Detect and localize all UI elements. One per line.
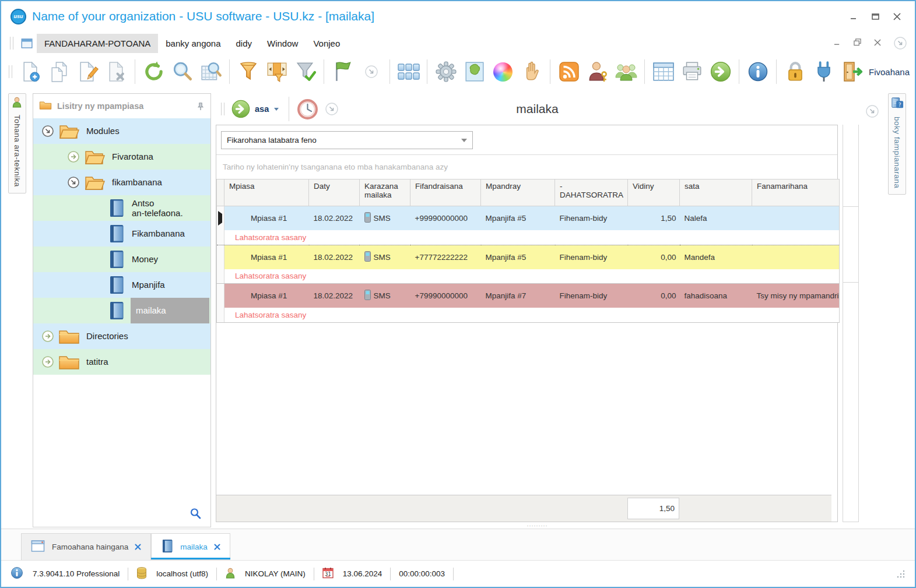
flag-icon[interactable] [328, 57, 357, 86]
phone-icon [364, 290, 371, 302]
restore-icon[interactable] [854, 38, 861, 48]
pin-icon[interactable] [196, 102, 205, 111]
printer-icon[interactable] [678, 57, 706, 86]
exit-button[interactable]: Fivoahana [838, 61, 913, 83]
search-table-icon[interactable] [196, 57, 225, 86]
tree-item-mailaka[interactable]: mailaka [33, 298, 210, 323]
table-cell: Mpanjifa #7 [481, 284, 555, 308]
edit-document-icon[interactable] [73, 57, 102, 86]
tree-item-label: Modules [86, 126, 120, 136]
tree-item-fivarotana[interactable]: Fivarotana [33, 144, 210, 170]
minimize-icon[interactable] [850, 13, 858, 20]
minimize-icon[interactable] [834, 38, 841, 48]
calendar-icon: 31 [322, 567, 334, 580]
go-arrow-icon[interactable] [706, 57, 735, 86]
column-header[interactable]: -DAHATSORATRA [555, 179, 628, 206]
column-header[interactable]: Karazana mailaka [360, 179, 410, 206]
table-cell: 18.02.2022 [309, 245, 360, 269]
tree-item-fikambanana[interactable]: Fikambanana [33, 221, 210, 247]
dropdown-circle-icon[interactable] [866, 105, 879, 118]
go-arrow-icon [231, 99, 251, 119]
copy-document-icon[interactable] [45, 57, 73, 86]
close-icon[interactable] [135, 544, 141, 550]
users-group-icon[interactable] [612, 57, 640, 86]
menu-item[interactable]: Window [259, 34, 306, 53]
column-header[interactable]: Mpandray [481, 179, 555, 206]
column-header[interactable]: Fanamarihana [752, 179, 840, 206]
close-icon[interactable] [214, 544, 220, 550]
column-header[interactable]: Vidiny [628, 179, 680, 206]
table-cell: SMS [360, 245, 410, 269]
user-key-icon[interactable] [583, 57, 612, 86]
support-side-tab[interactable]: Tohana ara-teknika [8, 93, 26, 193]
hand-icon[interactable] [517, 57, 546, 86]
asa-action-button[interactable]: asa [231, 99, 279, 119]
horizontal-splitter[interactable]: ········· [216, 522, 859, 529]
resize-grip[interactable] [896, 569, 906, 579]
tiles-icon[interactable] [394, 57, 423, 86]
table-search-dropdown[interactable]: Fikarohana latabatra feno [221, 131, 473, 149]
main-area: asa mailaka Fikarohana latabatra feno [216, 93, 859, 529]
bottom-tab-mailaka[interactable]: mailaka [151, 533, 230, 560]
column-header[interactable]: Mpiasa [224, 179, 309, 206]
tree-item-tatitra[interactable]: tatitra [33, 349, 210, 375]
close-icon[interactable] [874, 38, 881, 48]
plug-icon[interactable] [809, 57, 838, 86]
menu-item[interactable]: banky angona [158, 34, 228, 53]
menu-item[interactable]: FANDAHARAM-POTOANA [37, 34, 158, 53]
filter-check-icon[interactable] [291, 57, 320, 86]
lock-icon[interactable] [781, 57, 809, 86]
column-header[interactable]: Fifandraisana [410, 179, 481, 206]
dropdown-circle-icon[interactable] [894, 37, 907, 50]
table-cell: +77772222222 [410, 245, 481, 269]
rss-icon[interactable] [554, 57, 583, 86]
tree-item-modules[interactable]: Modules [33, 118, 210, 144]
filter-icon[interactable] [234, 57, 262, 86]
dropdown-circle-icon[interactable] [325, 103, 338, 115]
close-icon[interactable] [893, 13, 901, 20]
column-header[interactable]: sata [680, 179, 752, 206]
table-icon[interactable] [649, 57, 678, 86]
database-icon [136, 567, 147, 581]
map-icon[interactable] [460, 57, 489, 86]
table-row[interactable]: Mpiasa #118.02.2022SMS+99990000000Mpanji… [217, 206, 840, 231]
maximize-icon[interactable] [872, 13, 879, 20]
tree-item-antso[interactable]: Antso an-telefaona. [33, 195, 210, 221]
navigation-tree-panel: Lisitry ny mpampiasa ModulesFivarotanafi… [33, 93, 211, 527]
expander-expanded-icon[interactable] [41, 125, 54, 138]
search-icon[interactable] [168, 57, 196, 86]
new-document-icon[interactable] [16, 57, 45, 86]
bottom-tab-famoahana-haingana[interactable]: Famoahana haingana [21, 533, 151, 560]
menu-item[interactable]: didy [229, 34, 260, 53]
delete-document-icon[interactable] [102, 57, 131, 86]
vertical-scrollbar[interactable] [843, 125, 859, 522]
dropdown-circle-icon[interactable] [357, 57, 385, 86]
tutorial-side-tab[interactable]: ? boky fampianarana [888, 93, 906, 195]
dropdown-circle-icon[interactable] [913, 57, 916, 86]
refresh-icon[interactable] [139, 57, 168, 86]
workspace: Tohana ara-teknika Lisitry ny mpampiasa … [1, 89, 915, 529]
filter-columns-icon[interactable] [262, 57, 291, 86]
tree-item-mpanjifa[interactable]: Mpanjifa [33, 272, 210, 298]
expander-expanded-icon[interactable] [67, 176, 80, 189]
expander-collapsed-icon[interactable] [41, 355, 54, 368]
tree-item-directories[interactable]: Directories [33, 323, 210, 349]
gear-icon[interactable] [431, 57, 460, 86]
tree-item-fikambanana[interactable]: fikambanana [33, 170, 210, 195]
menu-item[interactable]: Vonjeo [306, 34, 348, 53]
tree-search-icon[interactable] [189, 508, 201, 522]
toolbar-grip[interactable] [10, 37, 13, 50]
tree-item-money[interactable]: Money [33, 247, 210, 272]
colors-icon[interactable] [489, 57, 517, 86]
info-icon[interactable] [10, 566, 23, 581]
toolbar-grip[interactable] [9, 65, 12, 78]
column-header[interactable]: Daty [309, 179, 360, 206]
expander-collapsed-icon[interactable] [41, 330, 54, 343]
info-icon[interactable] [743, 57, 772, 86]
row-note: Lahatsoratra sasany [217, 308, 840, 322]
toolbar-grip[interactable] [221, 103, 224, 115]
clock-icon[interactable] [293, 94, 322, 124]
expander-collapsed-icon[interactable] [67, 150, 80, 163]
table-row[interactable]: Mpiasa #118.02.2022SMS+79990000000Mpanji… [217, 284, 840, 308]
table-row[interactable]: Mpiasa #118.02.2022SMS+77772222222Mpanji… [217, 245, 840, 269]
